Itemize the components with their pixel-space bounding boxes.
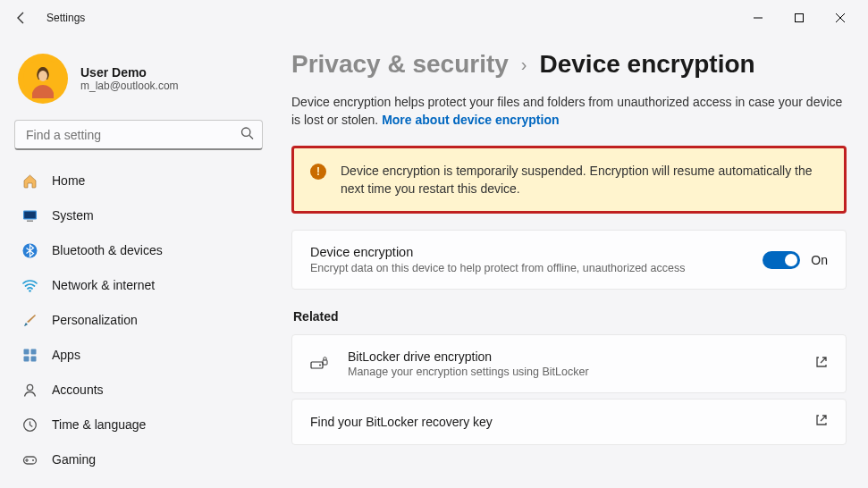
user-email: m_lab@outlook.com — [80, 80, 179, 92]
svg-rect-13 — [23, 356, 29, 361]
page-title: Device encryption — [539, 50, 754, 79]
svg-point-20 — [319, 365, 321, 366]
sidebar-item-label: Personalization — [52, 313, 138, 327]
svg-rect-1 — [796, 14, 804, 22]
sidebar-item-label: Time & language — [52, 417, 146, 432]
breadcrumb: Privacy & security › Device encryption — [291, 50, 847, 79]
sidebar-item-accounts[interactable]: Accounts — [11, 374, 266, 406]
maximize-button[interactable] — [779, 4, 820, 32]
chevron-right-icon: › — [521, 55, 527, 75]
encryption-toggle[interactable] — [763, 251, 800, 269]
device-encryption-card: Device encryption Encrypt data on this d… — [291, 230, 847, 290]
svg-rect-21 — [323, 360, 327, 365]
sidebar-item-label: Gaming — [52, 452, 96, 467]
person-icon — [21, 382, 38, 398]
bitlocker-recovery-link[interactable]: Find your BitLocker recovery key — [291, 399, 847, 445]
external-link-icon — [815, 414, 828, 430]
system-icon — [21, 207, 38, 223]
gaming-icon — [21, 451, 38, 467]
window-title: Settings — [46, 12, 85, 24]
back-button[interactable] — [7, 4, 36, 32]
related-heading: Related — [293, 309, 847, 324]
sidebar-item-network[interactable]: Network & internet — [11, 269, 266, 301]
warning-icon: ! — [310, 164, 326, 180]
sidebar-item-label: Home — [52, 173, 85, 188]
search-input[interactable] — [14, 120, 263, 150]
sidebar-item-label: Bluetooth & devices — [52, 243, 163, 257]
more-link[interactable]: More about device encryption — [382, 113, 559, 127]
bluetooth-icon — [21, 242, 38, 258]
search-icon — [240, 127, 254, 144]
titlebar: Settings — [0, 0, 868, 36]
back-arrow-icon — [14, 11, 29, 25]
sidebar-item-label: Network & internet — [52, 278, 155, 292]
warning-text: Device encryption is temporarily suspend… — [341, 162, 828, 198]
home-icon — [21, 172, 38, 189]
sidebar-item-label: System — [52, 208, 94, 223]
sidebar-item-system[interactable]: System — [11, 199, 266, 231]
link-subtitle: Manage your encryption settings using Bi… — [348, 366, 796, 378]
svg-line-5 — [249, 136, 253, 139]
svg-rect-7 — [24, 211, 36, 218]
svg-point-4 — [242, 128, 250, 136]
sidebar-item-bluetooth[interactable]: Bluetooth & devices — [11, 234, 266, 266]
description-text: Device encryption helps protect your fil… — [291, 95, 842, 127]
brush-icon — [21, 312, 38, 328]
apps-icon — [21, 347, 38, 363]
svg-rect-8 — [27, 220, 33, 222]
search-wrap — [14, 120, 263, 150]
close-button[interactable] — [820, 4, 861, 32]
sidebar-item-home[interactable]: Home — [11, 164, 266, 197]
sidebar-item-label: Apps — [52, 348, 80, 362]
sidebar-item-gaming[interactable]: Gaming — [11, 443, 266, 475]
minimize-icon — [754, 13, 763, 22]
sidebar-item-personalization[interactable]: Personalization — [11, 304, 266, 336]
toggle-state-label: On — [811, 253, 828, 267]
breadcrumb-parent[interactable]: Privacy & security — [291, 50, 509, 79]
wifi-icon — [21, 277, 38, 293]
svg-point-3 — [38, 71, 47, 81]
external-link-icon — [815, 356, 828, 372]
drive-lock-icon — [310, 354, 328, 374]
sidebar-item-apps[interactable]: Apps — [11, 339, 266, 371]
svg-point-10 — [29, 290, 31, 292]
nav-list: Home System Bluetooth & devices Network … — [11, 164, 266, 475]
bitlocker-drive-link[interactable]: BitLocker drive encryption Manage your e… — [291, 334, 847, 393]
avatar — [18, 54, 68, 104]
user-name: User Demo — [80, 65, 179, 80]
svg-point-18 — [32, 459, 34, 461]
svg-point-15 — [27, 384, 32, 390]
link-title: Find your BitLocker recovery key — [310, 415, 796, 429]
minimize-button[interactable] — [737, 4, 779, 32]
svg-rect-11 — [23, 349, 29, 354]
card-subtitle: Encrypt data on this device to help prot… — [310, 262, 748, 274]
warning-banner: ! Device encryption is temporarily suspe… — [291, 146, 847, 215]
user-block[interactable]: User Demo m_lab@outlook.com — [11, 43, 266, 120]
svg-rect-12 — [30, 349, 36, 354]
sidebar: User Demo m_lab@outlook.com Home System … — [0, 36, 277, 488]
window-controls — [737, 4, 861, 32]
clock-icon — [21, 416, 38, 433]
sidebar-item-label: Accounts — [52, 383, 104, 397]
main-content: Privacy & security › Device encryption D… — [277, 36, 868, 488]
avatar-icon — [23, 59, 63, 98]
toggle-wrap: On — [763, 251, 828, 269]
svg-rect-19 — [311, 362, 323, 368]
svg-rect-14 — [30, 356, 36, 361]
close-icon — [836, 13, 845, 22]
link-title: BitLocker drive encryption — [348, 349, 796, 364]
page-description: Device encryption helps protect your fil… — [291, 93, 847, 130]
sidebar-item-time-language[interactable]: Time & language — [11, 408, 266, 441]
card-title: Device encryption — [310, 245, 748, 259]
maximize-icon — [795, 13, 804, 22]
